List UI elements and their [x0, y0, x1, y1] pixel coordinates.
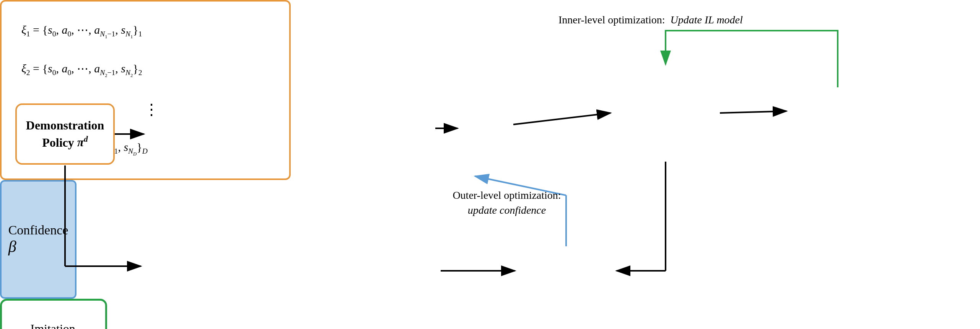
inner-level-annotation: Inner-level optimization: Update IL mode… — [558, 12, 826, 27]
demo-policy-label-line1: Demonstration — [26, 118, 104, 132]
il-label-1: Imitation — [30, 320, 77, 329]
svg-line-7 — [513, 113, 610, 124]
demo-policy-box: Demonstration Policy πd — [15, 103, 115, 165]
confidence-label-line1: Confidence — [8, 223, 68, 237]
diagram-container: Demonstration Policy πd ξ1 = {s0, a0, ⋯,… — [0, 0, 980, 329]
confidence-box: Confidence β — [0, 180, 77, 299]
traj-row-1: ξ1 = {s0, a0, ⋯, aN1−1, sN1}1 — [14, 23, 277, 40]
outer-level-annotation: Outer-level optimization:update confiden… — [442, 188, 572, 218]
il-model-box: Imitation Learning Model Fθ — [0, 299, 107, 329]
traj-row-2: ξ2 = {s0, a0, ⋯, aN2−1, sN2}2 — [14, 62, 277, 79]
svg-line-8 — [720, 111, 786, 113]
demo-policy-label-line2: Policy πd — [42, 135, 88, 149]
confidence-label-line2: β — [8, 237, 68, 256]
